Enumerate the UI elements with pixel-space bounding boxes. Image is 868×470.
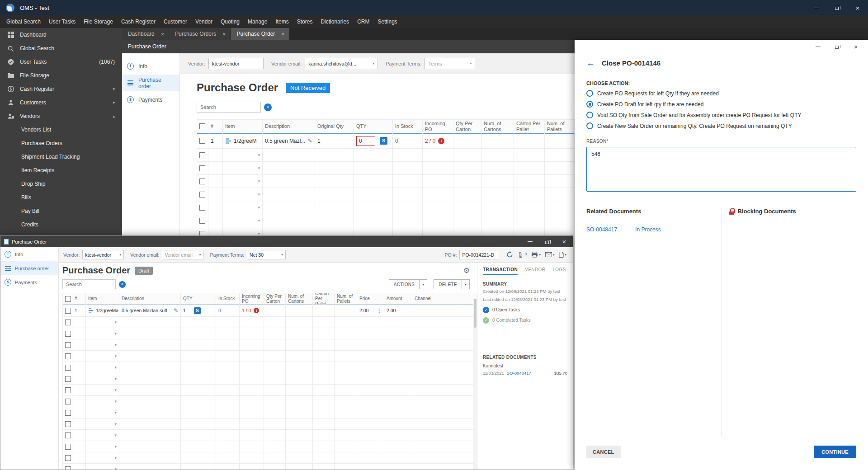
table-row[interactable]: ▾: [197, 188, 575, 201]
menu-items[interactable]: Items: [271, 15, 292, 28]
radio-option-void-so-qty[interactable]: Void SO Qty from Sale Order and for Asse…: [586, 112, 856, 118]
row-checkbox[interactable]: [65, 466, 71, 470]
restore-button[interactable]: [538, 236, 556, 247]
gear-icon[interactable]: ⚙: [463, 267, 470, 274]
chevron-down-icon[interactable]: ▾: [114, 422, 117, 426]
nav-item-purchase-order[interactable]: Purchase order: [0, 261, 58, 275]
menu-quoting[interactable]: Quoting: [217, 15, 244, 28]
row-menu-icon[interactable]: ⋮: [377, 308, 382, 314]
payment-terms-dropdown[interactable]: Net 30 ▾: [247, 250, 286, 259]
table-row[interactable]: ▾: [62, 441, 476, 452]
radio-option-new-sale-order[interactable]: Create New Sale Order on remaining Qty. …: [586, 122, 856, 129]
menu-customer[interactable]: Customer: [160, 15, 191, 28]
sidebar-item-cash-register[interactable]: Cash Register ▾: [0, 82, 122, 96]
table-row[interactable]: ▾: [62, 362, 476, 373]
vendor-dropdown[interactable]: ktest-vendor ▾: [82, 250, 124, 259]
table-row[interactable]: ▾: [197, 214, 575, 227]
item-link[interactable]: 1/2greeM: [234, 138, 257, 144]
minimize-button[interactable]: [806, 0, 826, 15]
row-checkbox[interactable]: [199, 205, 205, 211]
completed-tasks-row[interactable]: ✓ 0 Completed Tasks: [483, 317, 567, 324]
payment-terms-dropdown[interactable]: Terms ▾: [425, 58, 475, 69]
search-input[interactable]: [200, 104, 257, 110]
row-checkbox[interactable]: [65, 365, 71, 371]
table-row[interactable]: ▾: [62, 385, 476, 396]
table-row[interactable]: ▾: [197, 162, 575, 175]
close-button[interactable]: ×: [556, 236, 573, 247]
row-checkbox[interactable]: [65, 376, 71, 382]
chevron-down-icon[interactable]: ▾: [114, 433, 117, 437]
back-arrow-icon[interactable]: ←: [586, 59, 595, 67]
table-row[interactable]: ▾: [62, 430, 476, 441]
chevron-down-icon[interactable]: ▼: [462, 279, 470, 289]
sidebar-item-shipment-load-tracking[interactable]: Shipment Load Tracking: [0, 150, 122, 164]
menu-user-tasks[interactable]: User Tasks: [45, 15, 80, 28]
row-checkbox[interactable]: [65, 342, 71, 348]
chevron-down-icon[interactable]: ▾: [114, 343, 117, 347]
table-row[interactable]: ▾: [62, 396, 476, 407]
sidebar-item-file-storage[interactable]: File Storage: [0, 69, 122, 82]
email-button[interactable]: ▾: [545, 252, 555, 257]
table-row[interactable]: ▾: [62, 373, 476, 385]
incoming-po-link[interactable]: 2 / 0: [425, 138, 435, 144]
radio-icon[interactable]: [586, 90, 593, 97]
open-tasks-row[interactable]: ✓ 0 Open Tasks: [483, 307, 567, 313]
row-checkbox[interactable]: [65, 410, 71, 416]
export-document-button[interactable]: ▾: [559, 252, 566, 258]
reason-textarea[interactable]: 546: [586, 147, 856, 192]
tab-purchase-order[interactable]: Purchase Order ×: [231, 28, 289, 40]
in-stock-link[interactable]: 0: [395, 138, 398, 144]
search-field[interactable]: [62, 279, 116, 289]
stock-badge[interactable]: S: [194, 307, 201, 314]
chevron-down-icon[interactable]: ▾: [258, 218, 260, 223]
vertical-scrollbar[interactable]: [473, 298, 477, 470]
row-checkbox[interactable]: [199, 218, 205, 224]
nav-item-purchase-order[interactable]: Purchase order: [122, 75, 179, 91]
table-row[interactable]: ▾: [197, 149, 575, 162]
chevron-down-icon[interactable]: ▾: [258, 205, 260, 210]
chevron-down-icon[interactable]: ▾: [114, 365, 117, 370]
actions-button[interactable]: ACTIONS: [389, 279, 420, 289]
sidebar-item-bills[interactable]: Bills: [0, 191, 122, 204]
search-input[interactable]: [66, 282, 112, 287]
tab-close-icon[interactable]: ×: [161, 31, 165, 37]
cancel-button[interactable]: CANCEL: [586, 446, 621, 458]
nav-item-payments[interactable]: $ Payments: [0, 275, 58, 289]
table-row[interactable]: ▾: [197, 201, 575, 214]
sidebar-item-global-search[interactable]: Global Search: [0, 42, 122, 55]
chevron-down-icon[interactable]: ▾: [114, 376, 117, 381]
table-row[interactable]: ▾: [62, 351, 476, 362]
tab-transaction[interactable]: TRANSACTION: [483, 267, 518, 275]
clear-search-icon[interactable]: ×: [119, 281, 126, 288]
tab-dashboard[interactable]: Dashboard ×: [122, 28, 169, 40]
chevron-down-icon[interactable]: ▾: [114, 467, 117, 470]
table-row[interactable]: ▾: [62, 407, 476, 418]
table-row-selected[interactable]: 1 1/2greeM 0.5 green Mazl... ✎ 1 0 S: [197, 133, 575, 149]
row-checkbox[interactable]: [65, 432, 71, 438]
select-all-checkbox[interactable]: [65, 296, 71, 302]
scrollbar-thumb[interactable]: [474, 299, 476, 328]
clear-search-icon[interactable]: ×: [264, 103, 272, 111]
item-link[interactable]: 1/2greeMaz: [96, 308, 119, 313]
table-row[interactable]: ▾: [62, 339, 476, 351]
restore-button[interactable]: [826, 0, 847, 15]
nav-item-info[interactable]: i Info: [122, 58, 179, 75]
row-checkbox[interactable]: [199, 138, 205, 144]
stock-badge[interactable]: S: [380, 137, 387, 145]
menu-crm[interactable]: CRM: [353, 15, 373, 28]
tab-vendor[interactable]: VENDOR: [525, 267, 545, 275]
incoming-po-link[interactable]: 1 / 0: [242, 308, 251, 313]
chevron-down-icon[interactable]: ▾: [114, 331, 117, 336]
row-checkbox[interactable]: [65, 444, 71, 450]
po-number-field[interactable]: PO-0014221-D: [459, 250, 499, 259]
row-checkbox[interactable]: [65, 421, 71, 427]
chevron-down-icon[interactable]: ▾: [258, 192, 260, 197]
nav-item-info[interactable]: i Info: [0, 247, 58, 261]
table-row[interactable]: ▾: [62, 452, 476, 464]
row-checkbox[interactable]: [65, 455, 71, 461]
tab-logs[interactable]: LOGS: [552, 267, 566, 275]
row-checkbox[interactable]: [65, 353, 71, 359]
attachments-button[interactable]: 0: [518, 252, 527, 258]
chevron-down-icon[interactable]: ▾: [114, 399, 117, 404]
search-field[interactable]: [197, 102, 261, 113]
